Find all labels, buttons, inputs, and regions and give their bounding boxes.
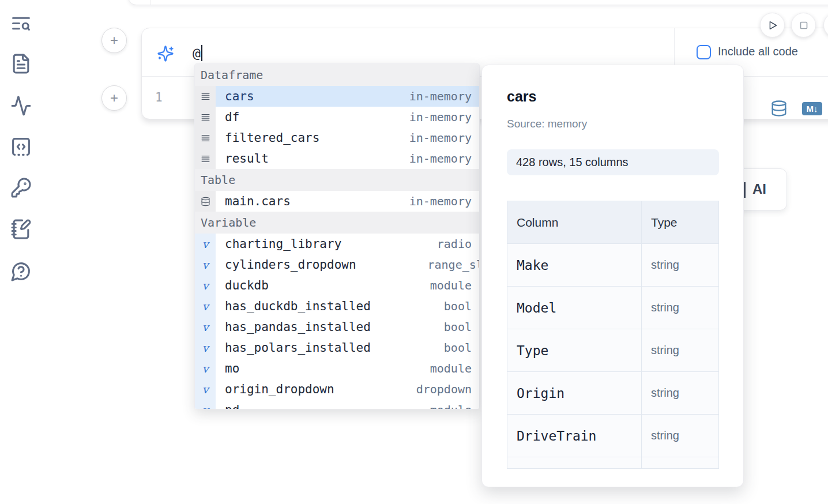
rows-icon (195, 148, 216, 169)
stop-button[interactable] (791, 13, 816, 37)
include-all-code-label: Include all code (718, 45, 798, 58)
rows-icon (195, 107, 216, 127)
completion-item-pd[interactable]: v pd module (195, 400, 479, 409)
autocomplete-dropdown: Dataframe cars in-memory df in-memory fi… (194, 63, 480, 409)
previous-cell-divider (150, 0, 151, 5)
add-cell-above-button[interactable]: + (101, 28, 127, 53)
table-row: Make string (507, 244, 718, 287)
variable-icon: v (195, 254, 216, 275)
preview-summary-badge: 428 rows, 15 columns (507, 149, 719, 175)
table-row: Model string (507, 287, 718, 329)
completion-item-has-polars-installed[interactable]: v has_polars_installed bool (195, 337, 479, 358)
section-header-variable: Variable (195, 212, 479, 234)
table-row: Type string (507, 329, 718, 372)
database-icon (195, 191, 216, 212)
column-header: Column (507, 201, 642, 243)
preview-schema-table: Column Type Make string Model string Typ… (507, 201, 719, 469)
preview-title: cars (507, 88, 536, 105)
table-row: Origin string (507, 372, 718, 415)
variable-icon: v (195, 317, 216, 337)
preview-source: Source: memory (507, 118, 587, 130)
database-icon[interactable] (770, 100, 788, 117)
variable-icon: v (195, 358, 216, 379)
completion-item-main-cars[interactable]: main.cars in-memory (195, 191, 479, 212)
completion-item-has-pandas-installed[interactable]: v has_pandas_installed bool (195, 317, 479, 337)
activity-icon[interactable] (10, 95, 32, 116)
section-header-dataframe: Dataframe (195, 64, 479, 86)
completion-item-cars[interactable]: cars in-memory (195, 86, 479, 107)
section-header-table: Table (195, 169, 479, 191)
text-caret (201, 45, 202, 61)
variable-icon: v (195, 296, 216, 317)
rows-icon (195, 127, 216, 148)
notebook-pen-icon[interactable] (10, 218, 32, 240)
include-all-code-checkbox[interactable] (697, 45, 711, 59)
completion-item-filtered-cars[interactable]: filtered_cars in-memory (195, 127, 479, 148)
line-number: 1 (155, 91, 163, 104)
completion-item-has-duckdb-installed[interactable]: v has_duckdb_installed bool (195, 296, 479, 317)
help-chat-icon[interactable] (10, 260, 32, 282)
rows-icon (195, 86, 216, 107)
ai-prompt-value: @ (193, 46, 201, 61)
sparkles-icon (157, 45, 174, 62)
notebook-page: + + @ Include all code 1 M↓ Dataf (0, 0, 828, 504)
text-search-icon[interactable] (10, 12, 32, 34)
table-header-row: Column Type (507, 201, 718, 244)
ai-prompt-input[interactable]: @ (193, 43, 596, 63)
variable-icon: v (195, 379, 216, 400)
variable-icon: v (195, 337, 216, 358)
completion-item-mo[interactable]: v mo module (195, 358, 479, 379)
snippets-code-icon[interactable] (10, 136, 32, 157)
run-button[interactable] (760, 13, 785, 37)
completion-item-df[interactable]: df in-memory (195, 107, 479, 127)
variable-icon: v (195, 275, 216, 296)
add-cell-below-button[interactable]: + (101, 85, 127, 111)
completion-item-origin-dropdown[interactable]: v origin_dropdown dropdown (195, 379, 479, 400)
variable-icon: v (195, 400, 216, 409)
previous-cell-fragment (128, 0, 828, 5)
variable-icon: v (195, 234, 216, 254)
file-text-icon[interactable] (10, 52, 32, 74)
completion-item-cylinders-dropdown[interactable]: v cylinders_dropdown range_slider (195, 254, 479, 275)
markdown-icon[interactable]: M↓ (802, 102, 822, 115)
dataframe-preview-popup: cars Source: memory 428 rows, 15 columns… (481, 65, 744, 487)
table-row: DriveTrain string (507, 415, 718, 457)
ai-card-label: AI (752, 181, 766, 197)
left-sidebar (0, 0, 42, 504)
table-row-partial (507, 457, 718, 469)
completion-item-duckdb[interactable]: v duckdb module (195, 275, 479, 296)
type-header: Type (642, 201, 718, 243)
completion-item-charting-library[interactable]: v charting_library radio (195, 234, 479, 254)
completion-item-result[interactable]: result in-memory (195, 148, 479, 169)
key-icon[interactable] (10, 176, 32, 198)
